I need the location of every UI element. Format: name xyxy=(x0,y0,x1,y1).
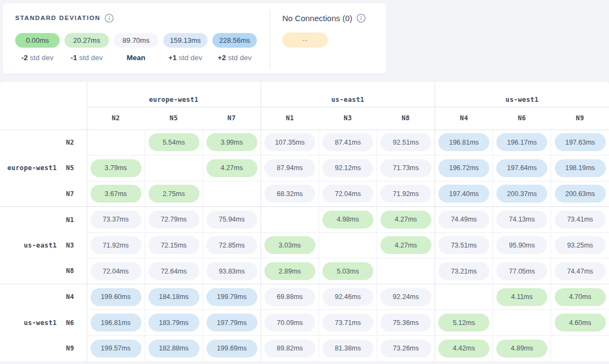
matrix-corner-cell xyxy=(0,82,87,129)
latency-cell: 199.60ms xyxy=(87,284,145,310)
latency-pill: 197.63ms xyxy=(555,133,606,151)
empty-cell xyxy=(203,181,261,207)
latency-cell: 4.98ms xyxy=(319,207,377,233)
legend-item-label: Mean xyxy=(127,54,146,62)
latency-pill: 73.37ms xyxy=(90,211,141,229)
latency-pill: 92.51ms xyxy=(380,133,431,151)
latency-cell: 200.37ms xyxy=(493,181,551,207)
latency-cell: 72.15ms xyxy=(145,232,203,258)
latency-cell: 74.49ms xyxy=(435,207,493,233)
latency-cell: 75.36ms xyxy=(377,310,435,336)
latency-cell: 93.83ms xyxy=(203,258,261,284)
column-node-label: N1 xyxy=(261,107,319,129)
latency-cell: 184.18ms xyxy=(145,284,203,310)
latency-cell: 73.26ms xyxy=(377,335,435,361)
latency-cell: 4.42ms xyxy=(435,335,493,361)
info-icon[interactable] xyxy=(357,14,366,23)
latency-pill: 196.72ms xyxy=(438,159,489,177)
latency-pill: 71.73ms xyxy=(380,159,431,177)
latency-pill: 4.27ms xyxy=(380,236,431,254)
latency-matrix: europe-west1us-east1us-west1N2N5N7N1N3N8… xyxy=(0,82,609,361)
latency-cell: 71.92ms xyxy=(377,181,435,207)
empty-cell xyxy=(435,284,493,310)
latency-pill: 70.09ms xyxy=(264,314,315,332)
latency-cell: 92.51ms xyxy=(377,129,435,155)
latency-cell: 74.13ms xyxy=(493,207,551,233)
empty-cell xyxy=(87,129,145,155)
latency-cell: 72.04ms xyxy=(87,258,145,284)
latency-cell: 4.27ms xyxy=(377,232,435,258)
latency-cell: 92.24ms xyxy=(377,284,435,310)
node-row-label: N5 xyxy=(57,155,87,181)
latency-cell: 196.81ms xyxy=(87,310,145,336)
table-row: N53.79ms4.27ms87.94ms92.12ms71.73ms196.7… xyxy=(0,155,609,181)
latency-cell: 199.57ms xyxy=(87,335,145,361)
latency-pill: 200.37ms xyxy=(496,185,547,203)
legend-item: 0.00ms-2 std dev xyxy=(15,33,60,62)
latency-pill: 75.36ms xyxy=(380,314,431,332)
legend-pill: 159.13ms xyxy=(163,33,208,48)
legend-item: 89.70msMean xyxy=(114,33,158,62)
latency-cell: 4.70ms xyxy=(551,284,609,310)
latency-pill: 4.89ms xyxy=(496,340,547,358)
latency-cell: 196.81ms xyxy=(435,129,493,155)
latency-pill: 71.92ms xyxy=(90,236,141,254)
latency-pill: 74.47ms xyxy=(555,262,606,280)
latency-pill: 182.88ms xyxy=(148,340,199,358)
latency-pill: 72.04ms xyxy=(322,185,373,203)
node-row-label: N2 xyxy=(57,129,87,155)
node-row-label: N1 xyxy=(57,207,87,233)
legend-item-label: +2 std dev xyxy=(218,54,252,62)
latency-cell: 4.27ms xyxy=(203,155,261,181)
latency-pill: 73.71ms xyxy=(322,314,373,332)
latency-pill: 77.05ms xyxy=(496,262,547,280)
latency-pill: 4.70ms xyxy=(555,288,606,306)
region-row-label: us-west1 xyxy=(0,284,57,361)
table-row: N73.67ms2.75ms68.32ms72.04ms71.92ms197.4… xyxy=(0,181,609,207)
table-row: N872.04ms72.64ms93.83ms2.89ms5.03ms73.21… xyxy=(0,258,609,284)
latency-pill: 68.32ms xyxy=(264,185,315,203)
node-row-label: N7 xyxy=(57,181,87,207)
latency-pill: 3.03ms xyxy=(264,236,315,254)
latency-pill: 4.42ms xyxy=(438,340,489,358)
latency-pill: 92.24ms xyxy=(380,288,431,306)
latency-pill: 198.19ms xyxy=(555,159,606,177)
latency-cell: 197.63ms xyxy=(551,129,609,155)
column-group-label: us-east1 xyxy=(261,82,435,107)
latency-pill: 72.04ms xyxy=(90,262,141,280)
node-row-label: N3 xyxy=(57,232,87,258)
latency-cell: 4.60ms xyxy=(551,310,609,336)
latency-pill: 183.79ms xyxy=(148,314,199,332)
table-row: N371.92ms72.15ms72.85ms3.03ms4.27ms73.51… xyxy=(0,232,609,258)
column-node-label: N5 xyxy=(145,107,203,129)
legend-item-label: +1 std dev xyxy=(169,54,203,62)
legend-item-label: -2 std dev xyxy=(21,54,53,62)
latency-cell: 4.11ms xyxy=(493,284,551,310)
latency-cell: 69.88ms xyxy=(261,284,319,310)
info-icon[interactable] xyxy=(105,14,114,23)
latency-cell: 3.03ms xyxy=(261,232,319,258)
latency-pill: 72.85ms xyxy=(206,236,257,254)
latency-cell: 183.79ms xyxy=(145,310,203,336)
column-group-label: europe-west1 xyxy=(87,82,261,107)
latency-pill: 199.57ms xyxy=(90,340,141,358)
latency-pill: 81.38ms xyxy=(322,340,373,358)
column-node-label: N9 xyxy=(551,107,609,129)
latency-cell: 4.27ms xyxy=(377,207,435,233)
table-row: us-east1N173.37ms72.79ms75.94ms4.98ms4.2… xyxy=(0,207,609,233)
latency-cell: 2.89ms xyxy=(261,258,319,284)
latency-pill: 89.82ms xyxy=(264,340,315,358)
table-row: europe-west1N25.54ms3.99ms107.35ms87.41m… xyxy=(0,129,609,155)
latency-pill: 73.51ms xyxy=(438,236,489,254)
legend-pill: 228.56ms xyxy=(212,33,257,48)
latency-pill: 87.94ms xyxy=(264,159,315,177)
legend-item-label: -1 std dev xyxy=(70,54,102,62)
latency-cell: 199.69ms xyxy=(203,335,261,361)
legend-item: 228.56ms+2 std dev xyxy=(212,33,257,62)
table-row: N6196.81ms183.79ms197.79ms70.09ms73.71ms… xyxy=(0,310,609,336)
latency-pill: 3.79ms xyxy=(90,159,141,177)
latency-cell: 89.82ms xyxy=(261,335,319,361)
column-node-label: N7 xyxy=(203,107,261,129)
latency-cell: 72.64ms xyxy=(145,258,203,284)
latency-cell: 73.37ms xyxy=(87,207,145,233)
